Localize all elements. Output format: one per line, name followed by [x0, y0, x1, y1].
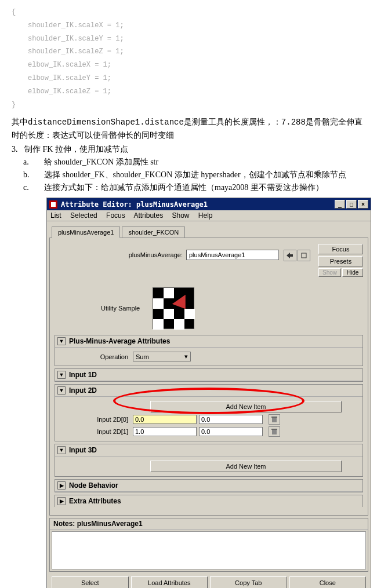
attribute-editor-window: Attribute Editor: plusMinusAverage1 _ □ …	[46, 198, 371, 588]
sub-letter: c.	[34, 183, 44, 192]
input-2d-1-label: Input 2D[1]	[59, 428, 128, 435]
copy-tab-button[interactable]: Copy Tab	[210, 576, 287, 588]
utility-sample-swatch[interactable]	[153, 287, 194, 329]
nav-back-icon[interactable]	[284, 250, 296, 261]
paragraph-1: 其中distanceDimensionShape1.distance是测量工具的…	[12, 116, 365, 142]
operation-select[interactable]: Sum ▾	[133, 352, 191, 361]
hide-button[interactable]: Hide	[342, 268, 363, 277]
code-line: elbow_IK.scaleZ = 1;	[12, 85, 365, 98]
section-title: Input 2D	[69, 386, 97, 395]
disclosure-icon[interactable]: ▼	[57, 371, 66, 379]
svg-rect-4	[271, 417, 277, 418]
show-button[interactable]: Show	[318, 268, 341, 277]
svg-rect-2	[302, 253, 306, 258]
para1-num: 7.288	[281, 118, 306, 127]
menu-show[interactable]: Show	[172, 211, 189, 220]
minimize-button[interactable]: _	[335, 200, 345, 209]
sub-text: 给 shoulder_FKCON 添加属性 str	[44, 158, 158, 166]
section-title: Extra Attributes	[69, 497, 121, 505]
section-header-input-3d[interactable]: ▼ Input 3D	[55, 444, 362, 456]
chevron-down-icon: ▾	[184, 353, 188, 360]
close-button[interactable]: Close	[289, 576, 367, 588]
svg-rect-5	[272, 430, 277, 434]
close-window-button[interactable]: ×	[358, 200, 368, 209]
disclosure-icon[interactable]: ▼	[57, 337, 66, 345]
load-attributes-button[interactable]: Load Attributes	[131, 576, 208, 588]
section-header-input-2d[interactable]: ▼ Input 2D	[55, 385, 362, 397]
disclosure-icon[interactable]: ▼	[57, 446, 66, 454]
list-text: 制作 FK 拉伸，使用加减节点	[24, 145, 128, 154]
list-number: 3.	[12, 145, 24, 154]
menu-attributes[interactable]: Attributes	[133, 211, 163, 220]
operation-value: Sum	[136, 353, 149, 360]
delete-2d-1-button[interactable]	[269, 426, 280, 437]
delete-2d-0-button[interactable]	[269, 414, 280, 425]
section-input-2d: ▼ Input 2D Add New Item Input 2D[0]	[55, 384, 363, 441]
nav-select-icon[interactable]	[298, 250, 310, 261]
tab-bar: plusMinusAverage1 shoulder_FKCON	[49, 224, 368, 238]
titlebar[interactable]: Attribute Editor: plusMinusAverage1 _ □ …	[47, 198, 371, 210]
attribute-panel: plusMinusAverage: Focus Presets Show	[49, 238, 368, 516]
section-title: Input 3D	[69, 446, 97, 454]
input-2d-1-y[interactable]	[199, 427, 263, 436]
section-header-input-1d[interactable]: ▼ Input 1D	[55, 369, 362, 381]
svg-rect-6	[271, 429, 277, 430]
focus-button[interactable]: Focus	[318, 244, 363, 254]
code-line: shoulder_IK.scaleX = 1;	[12, 19, 365, 32]
code-line: shoulder_IK.scaleY = 1;	[12, 32, 365, 46]
disclosure-icon[interactable]: ▼	[57, 386, 66, 395]
code-line: elbow_IK.scaleX = 1;	[12, 59, 365, 72]
section-title: Input 1D	[69, 371, 97, 379]
tab-shoulder-fkcon[interactable]: shoulder_FKCON	[122, 227, 185, 238]
menubar: List Selected Focus Attributes Show Help	[47, 210, 371, 221]
disclosure-icon[interactable]: ▶	[57, 481, 66, 490]
brace-close: }	[12, 98, 365, 112]
add-new-item-3d-button[interactable]: Add New Item	[150, 461, 342, 472]
list-item-3a: a.给 shoulder_FKCON 添加属性 str	[34, 157, 365, 167]
input-2d-0-label: Input 2D[0]	[59, 416, 128, 423]
input-2d-0-x[interactable]	[133, 415, 197, 424]
svg-rect-3	[272, 418, 277, 422]
para1-code: distanceDimensionShape1.distance	[28, 118, 184, 127]
add-new-item-2d-button[interactable]: Add New Item	[150, 401, 342, 412]
section-header-node-behavior[interactable]: ▶ Node Behavior	[55, 480, 362, 492]
code-line: shoulder_IK.scaleZ = 1;	[12, 45, 365, 59]
notes-section: Notes: plusMinusAverage1	[49, 518, 368, 572]
app-icon	[49, 200, 57, 209]
section-input-3d: ▼ Input 3D Add New Item	[55, 444, 363, 477]
list-item-3: 3.制作 FK 拉伸，使用加减节点	[12, 144, 365, 155]
menu-selected[interactable]: Selected	[70, 211, 97, 220]
section-header-pma[interactable]: ▼ Plus-Minus-Average Attributes	[55, 335, 362, 348]
disclosure-icon[interactable]: ▶	[57, 497, 66, 505]
maximize-button[interactable]: □	[346, 200, 357, 209]
menu-help[interactable]: Help	[198, 211, 213, 220]
para1-mid: 是测量工具的长度属性，：	[184, 118, 281, 126]
section-title: Plus-Minus-Average Attributes	[69, 337, 170, 345]
utility-sample-label: Utility Sample	[101, 305, 140, 312]
presets-button[interactable]: Presets	[318, 256, 363, 266]
section-node-behavior: ▶ Node Behavior	[55, 479, 363, 492]
section-pma-attributes: ▼ Plus-Minus-Average Attributes Operatio…	[55, 335, 363, 366]
section-header-extra[interactable]: ▶ Extra Attributes	[55, 495, 362, 507]
input-2d-1-x[interactable]	[133, 427, 197, 436]
notes-textarea[interactable]	[52, 531, 366, 569]
node-name-label: plusMinusAverage:	[129, 251, 183, 258]
para1-pre: 其中	[12, 118, 28, 126]
sub-letter: b.	[34, 170, 44, 180]
sub-text: 连接方式如下：给加减节点添加两个通道属性（maya2008 里不需要这步操作）	[44, 183, 324, 192]
node-name-input[interactable]	[186, 250, 279, 260]
tab-plusminusaverage1[interactable]: plusMinusAverage1	[52, 227, 120, 238]
section-extra-attributes: ▶ Extra Attributes	[55, 495, 363, 507]
code-line: elbow_IK.scaleY = 1;	[12, 72, 365, 85]
brace-open: {	[12, 6, 365, 19]
section-input-1d: ▼ Input 1D	[55, 368, 363, 382]
list-item-3b: b.选择 shoulder_FK、shoulder_FKCON 添加进 hype…	[34, 170, 365, 180]
footer-buttons: Select Load Attributes Copy Tab Close	[49, 574, 368, 588]
window-title: Attribute Editor: plusMinusAverage1	[61, 200, 208, 209]
list-item-3c: c.连接方式如下：给加减节点添加两个通道属性（maya2008 里不需要这步操作…	[34, 182, 365, 193]
svg-rect-1	[290, 254, 293, 257]
input-2d-0-y[interactable]	[199, 415, 263, 424]
select-button[interactable]: Select	[52, 576, 129, 588]
menu-focus[interactable]: Focus	[106, 211, 125, 220]
menu-list[interactable]: List	[50, 211, 61, 220]
